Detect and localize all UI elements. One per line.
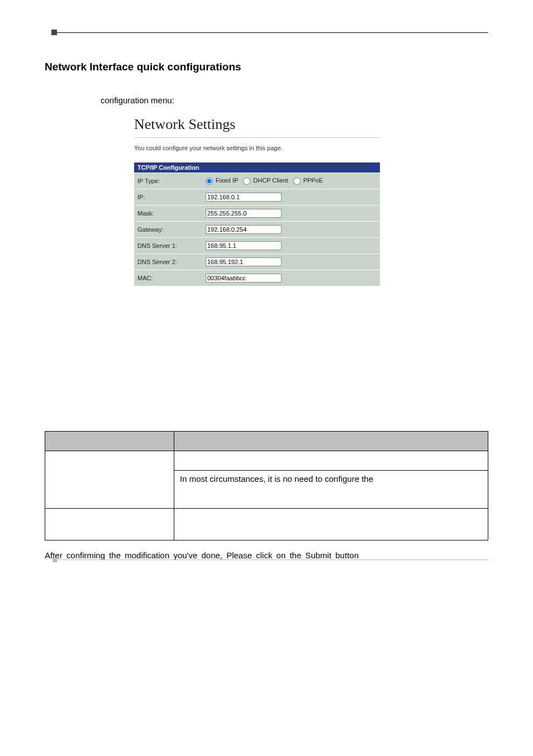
- desc-row-left: [45, 451, 174, 509]
- decorative-square-bottom: [53, 558, 57, 562]
- description-table: In most circumstances, it is no need to …: [45, 431, 488, 540]
- dns2-label: DNS Server 2:: [134, 254, 202, 270]
- desc-row2-right: In most circumstances, it is no need to …: [174, 470, 488, 508]
- tcpip-config-table: TCP/IP Configuration IP Type: Fixed IP D…: [134, 162, 380, 286]
- dns1-label: DNS Server 1:: [134, 238, 202, 254]
- ip-type-label: IP Type:: [134, 173, 202, 189]
- ip-type-dhcp-option[interactable]: DHCP Client: [243, 177, 289, 184]
- ip-type-pppoe-option[interactable]: PPPoE: [293, 177, 323, 184]
- gateway-label: Gateway:: [134, 222, 202, 238]
- desc-header-left: [45, 432, 174, 451]
- ip-label: IP:: [134, 189, 202, 205]
- ip-type-pppoe-radio[interactable]: [293, 178, 301, 185]
- mask-label: Mask:: [134, 205, 202, 222]
- mac-label: MAC:: [134, 270, 202, 286]
- mask-input[interactable]: [206, 209, 282, 218]
- desc-header-right: [174, 432, 488, 451]
- ip-type-dhcp-radio[interactable]: [243, 178, 250, 185]
- dns1-input[interactable]: [206, 241, 282, 250]
- after-confirm-text: After confirming the modification you've…: [45, 551, 488, 560]
- decorative-square: [51, 30, 57, 35]
- settings-heading: Network Settings: [134, 116, 380, 133]
- desc-row3-right: [174, 509, 488, 540]
- ip-input[interactable]: [206, 193, 282, 202]
- ip-type-fixed-option[interactable]: Fixed IP: [206, 177, 240, 184]
- intro-text: configuration menu:: [101, 95, 488, 105]
- ip-type-fixed-radio[interactable]: [206, 178, 213, 185]
- dns2-input[interactable]: [206, 257, 282, 266]
- network-settings-panel: Network Settings You could configure you…: [134, 116, 380, 286]
- divider: [134, 137, 380, 138]
- desc-row3-left: [45, 509, 174, 540]
- settings-description: You could configure your network setting…: [134, 145, 380, 151]
- section-title: Network Interface quick configurations: [45, 61, 488, 73]
- gateway-input[interactable]: [206, 225, 282, 234]
- config-table-header: TCP/IP Configuration: [134, 162, 380, 173]
- desc-row1-right: [174, 451, 488, 471]
- mac-input[interactable]: [206, 274, 282, 283]
